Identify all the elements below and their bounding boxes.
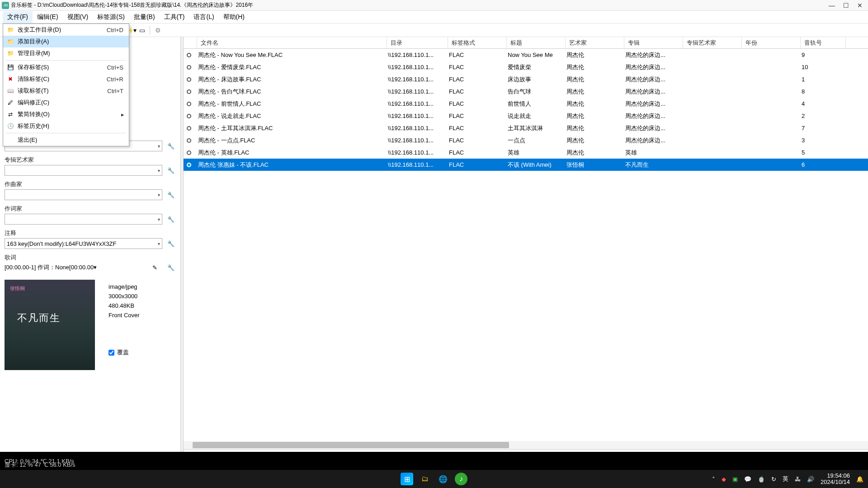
table-row[interactable]: 周杰伦 - 前世情人.FLAC\\192.168.110.1...FLAC前世情… — [184, 98, 868, 110]
scrollbar-thumb[interactable] — [193, 442, 509, 448]
horizontal-scrollbar[interactable] — [184, 441, 868, 449]
play-icon[interactable] — [184, 65, 194, 70]
menu-4[interactable]: 批量(B) — [129, 11, 160, 23]
tray-chevron-icon[interactable]: ˄ — [712, 476, 715, 483]
column-header[interactable]: 专辑 — [624, 37, 683, 48]
menu-item-icon — [6, 136, 15, 144]
table-row[interactable]: 周杰伦 - 说走就走.FLAC\\192.168.110.1...FLAC说走就… — [184, 110, 868, 122]
cover-art[interactable]: 张悟桐 不凡而生 — [5, 280, 95, 370]
tray-app3-icon[interactable]: 🍵 — [758, 476, 765, 483]
lyricist-wrench-icon[interactable]: 🔧 — [166, 214, 176, 224]
menubar: 文件(F)编辑(E)视图(V)标签源(S)批量(B)工具(T)语言(L)帮助(H… — [0, 11, 868, 23]
menu-5[interactable]: 工具(T) — [160, 11, 189, 23]
menu-item[interactable]: ⇄繁简转换(O)▸ — [3, 108, 129, 120]
menu-item[interactable]: 💾保存标签(S)Ctrl+S — [3, 61, 129, 73]
lyrics-wrench-icon[interactable]: 🔧 — [166, 263, 176, 272]
table-row[interactable]: 周杰伦 - 一点点.FLAC\\192.168.110.1...FLAC一点点周… — [184, 134, 868, 146]
col-icon[interactable] — [184, 37, 197, 48]
minimize-button[interactable]: — — [829, 2, 835, 9]
menu-item[interactable]: 🕓标签历史(H) — [3, 120, 129, 132]
menu-1[interactable]: 编辑(E) — [33, 11, 63, 23]
menu-3[interactable]: 标签源(S) — [93, 11, 129, 23]
table-row[interactable]: 周杰伦 - 床边故事.FLAC\\192.168.110.1...FLAC床边故… — [184, 73, 868, 85]
album-artist-combo[interactable]: ▾ — [5, 165, 162, 176]
chrome-icon[interactable]: 🌐 — [437, 473, 449, 485]
menu-item[interactable]: 📖读取标签(T)Ctrl+T — [3, 85, 129, 97]
menu-6[interactable]: 语言(L) — [189, 11, 218, 23]
composer-combo[interactable]: ▾ — [5, 189, 162, 200]
menu-item[interactable]: 退出(E) — [3, 134, 129, 146]
menu-item[interactable]: 📁改变工作目录(D)Ctrl+D — [3, 24, 129, 36]
cell: FLAC — [445, 64, 504, 70]
genre-wrench-icon[interactable]: 🔧 — [166, 141, 176, 151]
menu-7[interactable]: 帮助(H) — [219, 11, 249, 23]
cell: FLAC — [445, 52, 504, 58]
play-icon[interactable] — [184, 163, 194, 167]
table-row[interactable]: 周杰伦 - 告白气球.FLAC\\192.168.110.1...FLAC告白气… — [184, 85, 868, 98]
column-header[interactable]: 音轨号 — [801, 37, 846, 48]
menu-0[interactable]: 文件(F) — [3, 11, 33, 23]
explorer-icon[interactable]: 🗂 — [419, 473, 431, 485]
close-button[interactable]: ✕ — [857, 2, 863, 9]
maximize-button[interactable]: ☐ — [843, 2, 849, 9]
table-row[interactable]: 周杰伦 - Now You See Me.FLAC\\192.168.110.1… — [184, 49, 868, 61]
start-icon[interactable]: ⊞ — [401, 473, 413, 485]
lyrics-combo[interactable]: [00:00.00-1] 作词：None[00:00.00▾ — [5, 263, 147, 272]
play-icon[interactable] — [184, 102, 194, 106]
cell: 9 — [798, 52, 843, 58]
play-icon[interactable] — [184, 138, 194, 143]
tray-notifications-icon[interactable]: 🔔 — [856, 476, 863, 483]
column-header[interactable]: 目录 — [387, 37, 448, 48]
file-list-pane: 文件名目录标签格式标题艺术家专辑专辑艺术家年份音轨号 周杰伦 - Now You… — [184, 37, 868, 475]
tray-app2-icon[interactable]: ▣ — [732, 476, 738, 483]
play-icon[interactable] — [184, 150, 194, 155]
music-app-icon[interactable]: ♪ — [455, 473, 467, 485]
menu-item[interactable]: 📁管理目录(M) — [3, 47, 129, 59]
lyricist-combo[interactable]: ▾ — [5, 214, 162, 225]
play-icon[interactable] — [184, 77, 194, 82]
play-icon[interactable] — [184, 89, 194, 94]
settings-icon[interactable]: ⚙ — [153, 25, 163, 35]
tray-clock[interactable]: 19:54:06 2024/10/14 — [821, 473, 850, 485]
column-header[interactable]: 专辑艺术家 — [683, 37, 742, 48]
cell: 周杰伦 — [563, 149, 622, 157]
toolbar: 🕓 ▦ ▤ ⟳ 🗋▾ 🏷▾ ▾ ⚒ 📋▾ ☁▾ ✨▾ ▭ ⚙ — [0, 23, 868, 37]
menu-item-label: 编码修正(C) — [15, 99, 126, 107]
overwrite-checkbox[interactable] — [108, 350, 114, 356]
menu-item[interactable]: 🖉编码修正(C) — [3, 97, 129, 108]
menu-item[interactable]: ✖清除标签(C)Ctrl+R — [3, 73, 129, 85]
tray-ime[interactable]: 英 — [783, 475, 788, 483]
cell: \\192.168.110.1... — [384, 64, 445, 70]
play-icon[interactable] — [184, 53, 194, 57]
menu-item[interactable]: 📁添加目录(A) — [3, 36, 129, 47]
column-header[interactable]: 艺术家 — [566, 37, 624, 48]
tray-volume-icon[interactable]: 🔊 — [807, 476, 814, 483]
cover-big-text: 不凡而生 — [17, 311, 61, 325]
tray-network-icon[interactable]: 🖧 — [795, 476, 801, 483]
tray-sync-icon[interactable]: ↻ — [771, 476, 776, 483]
tray-app1-icon[interactable]: ◆ — [722, 476, 726, 483]
comment-combo[interactable]: 163 key(Don't modify):L64FU3W4YxX3ZF▾ — [5, 238, 162, 249]
toolbar-window-icon[interactable]: ▭ — [137, 25, 147, 35]
table-row[interactable]: 周杰伦 - 爱情废柴.FLAC\\192.168.110.1...FLAC爱情废… — [184, 61, 868, 73]
table-row[interactable]: 周杰伦 - 土耳其冰淇淋.FLAC\\192.168.110.1...FLAC土… — [184, 122, 868, 134]
column-header[interactable]: 年份 — [742, 37, 801, 48]
chevron-down-icon: ▾ — [158, 217, 160, 222]
column-header[interactable]: 标题 — [507, 37, 566, 48]
tray-wechat-icon[interactable]: 💬 — [744, 476, 751, 483]
menu-2[interactable]: 视图(V) — [63, 11, 93, 23]
play-icon[interactable] — [184, 126, 194, 131]
cell: 2 — [798, 113, 843, 119]
comment-wrench-icon[interactable]: 🔧 — [166, 239, 176, 249]
table-row[interactable]: 周杰伦 - 英雄.FLAC\\192.168.110.1...FLAC英雄周杰伦… — [184, 146, 868, 159]
album-artist-wrench-icon[interactable]: 🔧 — [166, 165, 176, 175]
cell: \\192.168.110.1... — [384, 161, 445, 168]
composer-wrench-icon[interactable]: 🔧 — [166, 190, 176, 200]
column-header[interactable]: 文件名 — [197, 37, 387, 48]
play-icon[interactable] — [184, 114, 194, 118]
menu-item-label: 退出(E) — [15, 136, 126, 144]
lyrics-edit-icon[interactable]: ✎ — [150, 263, 160, 272]
cell: 周杰伦的床边... — [622, 88, 680, 96]
column-header[interactable]: 标签格式 — [448, 37, 507, 48]
table-row[interactable]: 周杰伦 张惠妹 - 不该.FLAC\\192.168.110.1...FLAC不… — [184, 159, 868, 171]
